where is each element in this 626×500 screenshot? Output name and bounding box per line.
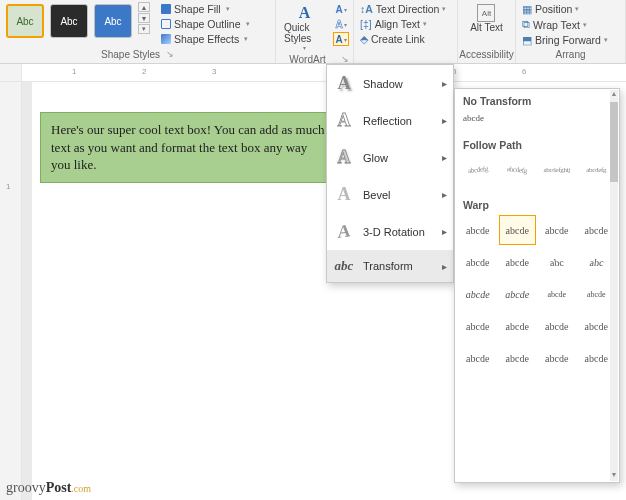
shape-style-swatch-2[interactable]: Abc	[50, 4, 88, 38]
text-effects-menu: AShadow▸ AReflection▸ AGlow▸ ABevel▸ A3-…	[326, 64, 454, 283]
no-transform-label: No Transform	[455, 89, 619, 109]
warp-option[interactable]: abcde	[538, 215, 576, 245]
style-gallery-more[interactable]: ▾	[138, 24, 150, 34]
create-link-icon: ⬘	[360, 33, 368, 45]
alt-text-button[interactable]: Alt Alt Text	[466, 2, 507, 35]
ruler-area: 1 2 3 5 6	[0, 64, 626, 82]
group-arrange: ▦Position▾ ⧉Wrap Text▾ ⬒Bring Forward▾ A…	[516, 0, 626, 63]
text-fill-button[interactable]: A▾	[333, 2, 349, 16]
path-circle[interactable]: abcdefghij	[538, 155, 576, 185]
text-box[interactable]: Here's our super cool text box! You can …	[40, 112, 340, 183]
warp-option[interactable]: abcde	[538, 279, 576, 309]
ribbon: Abc Abc Abc ▲ ▼ ▾ Shape Fill▾ Shape Outl…	[0, 0, 626, 64]
scroll-thumb[interactable]	[610, 102, 618, 182]
shape-style-swatch-3[interactable]: Abc	[94, 4, 132, 38]
warp-option[interactable]: abcde	[459, 279, 497, 309]
group-wordart-styles: A Quick Styles ▾ A▾ A▾ A▾ WordArt S…↘	[276, 0, 354, 63]
group-label-accessibility: Accessibility	[459, 49, 513, 60]
horizontal-ruler[interactable]: 1 2 3 5 6	[22, 64, 626, 81]
align-text-button[interactable]: [‡]Align Text▾	[358, 17, 448, 31]
shape-fill-icon	[161, 4, 171, 14]
shape-fill-button[interactable]: Shape Fill▾	[158, 2, 253, 16]
text-outline-button[interactable]: A▾	[333, 17, 349, 31]
warp-option[interactable]: abcde	[459, 247, 497, 277]
alt-text-icon: Alt	[477, 4, 495, 22]
warp-option[interactable]: abcde	[499, 215, 537, 245]
follow-path-label: Follow Path	[455, 133, 619, 153]
shape-outline-button[interactable]: Shape Outline▾	[158, 17, 253, 31]
style-gallery-down[interactable]: ▼	[138, 13, 150, 23]
quick-styles-button[interactable]: A Quick Styles ▾	[280, 2, 329, 53]
shadow-icon: A	[333, 73, 355, 94]
glow-icon: A	[333, 147, 355, 168]
warp-option[interactable]: abcde	[538, 311, 576, 341]
text-direction-icon: ↕A	[360, 3, 373, 15]
warp-option[interactable]: abcde	[499, 311, 537, 341]
position-icon: ▦	[522, 3, 532, 15]
scroll-up-icon[interactable]: ▲	[610, 90, 618, 100]
warp-option[interactable]: abcde	[499, 279, 537, 309]
create-link-button[interactable]: ⬘Create Link	[358, 32, 448, 46]
shape-style-swatch-1[interactable]: Abc	[6, 4, 44, 38]
style-gallery-up[interactable]: ▲	[138, 2, 150, 12]
no-transform-option[interactable]: abcde	[455, 109, 619, 133]
quick-styles-icon: A	[296, 4, 314, 22]
warp-label: Warp	[455, 193, 619, 213]
text-direction-button[interactable]: ↕AText Direction▾	[358, 2, 448, 16]
menu-3d-rotation[interactable]: A3-D Rotation▸	[327, 213, 453, 250]
vertical-ruler[interactable]: 1	[0, 82, 22, 500]
warp-option[interactable]: abcde	[538, 343, 576, 373]
menu-bevel[interactable]: ABevel▸	[327, 176, 453, 213]
path-arch-down[interactable]: abcdefg	[499, 155, 537, 185]
menu-reflection[interactable]: AReflection▸	[327, 102, 453, 139]
wrap-text-button[interactable]: ⧉Wrap Text▾	[520, 17, 610, 32]
shape-styles-dialog-icon[interactable]: ↘	[166, 49, 174, 60]
rotation-icon: A	[333, 219, 355, 243]
menu-glow[interactable]: AGlow▸	[327, 139, 453, 176]
group-text: ↕AText Direction▾ [‡]Align Text▾ ⬘Create…	[354, 0, 458, 63]
shape-outline-icon	[161, 19, 171, 29]
group-accessibility: Alt Alt Text Accessibility	[458, 0, 516, 63]
transform-icon: abc	[333, 258, 355, 274]
shape-effects-icon	[161, 34, 171, 44]
group-shape-styles: Abc Abc Abc ▲ ▼ ▾ Shape Fill▾ Shape Outl…	[0, 0, 276, 63]
path-arch-up[interactable]: abcdefg	[459, 155, 497, 185]
bring-forward-button[interactable]: ⬒Bring Forward▾	[520, 33, 610, 47]
group-label-arrange: Arrang	[555, 49, 585, 60]
menu-shadow[interactable]: AShadow▸	[327, 65, 453, 102]
group-label-shape-styles: Shape Styles	[101, 49, 160, 60]
ruler-corner	[0, 64, 22, 81]
warp-option[interactable]: abc	[536, 247, 578, 277]
reflection-icon: A	[333, 110, 355, 131]
transform-panel: No Transform abcde Follow Path abcdefg a…	[454, 88, 620, 483]
wrap-text-icon: ⧉	[522, 18, 530, 31]
watermark: groovyPost.com	[6, 480, 91, 496]
warp-option[interactable]: abcde	[459, 311, 497, 341]
menu-transform[interactable]: abcTransform▸	[327, 250, 453, 282]
bevel-icon: A	[333, 184, 355, 205]
warp-option[interactable]: abcde	[459, 343, 497, 373]
warp-option[interactable]: abcde	[499, 247, 537, 277]
warp-option[interactable]: abcde	[499, 343, 537, 373]
shape-effects-button[interactable]: Shape Effects▾	[158, 32, 253, 46]
warp-option[interactable]: abcde	[459, 215, 497, 245]
align-text-icon: [‡]	[360, 18, 372, 30]
transform-scrollbar[interactable]: ▲ ▼	[610, 90, 618, 481]
warp-grid: abcde abcde abcde abcde abcde abcde abc …	[455, 213, 619, 375]
text-effects-button[interactable]: A▾	[333, 32, 349, 46]
page-margin-strip	[22, 82, 32, 500]
position-button[interactable]: ▦Position▾	[520, 2, 610, 16]
bring-forward-icon: ⬒	[522, 34, 532, 46]
scroll-down-icon[interactable]: ▼	[610, 471, 618, 481]
